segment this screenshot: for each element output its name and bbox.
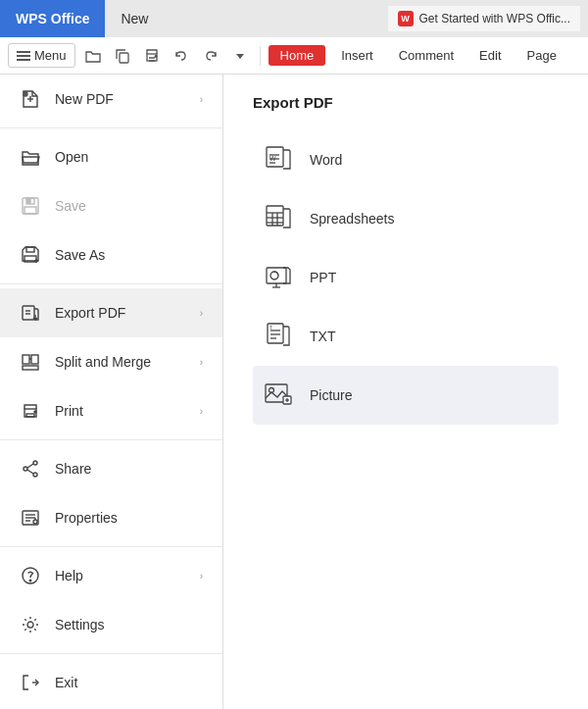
redo-icon[interactable] bbox=[199, 44, 222, 68]
menu-item-print[interactable]: Print › bbox=[0, 386, 222, 435]
undo-icon[interactable] bbox=[170, 44, 193, 68]
spreadsheets-icon bbox=[263, 203, 294, 234]
help-arrow: › bbox=[200, 571, 203, 582]
exit-label: Exit bbox=[55, 675, 203, 690]
save-as-label: Save As bbox=[55, 247, 203, 263]
help-icon bbox=[20, 565, 41, 586]
export-pdf-icon bbox=[20, 302, 41, 324]
svg-rect-22 bbox=[23, 366, 38, 370]
toolbar-separator bbox=[260, 46, 261, 66]
svg-rect-0 bbox=[120, 53, 128, 63]
submenu-title: Export PDF bbox=[253, 94, 559, 111]
word-icon: W bbox=[263, 144, 294, 176]
wps-red-icon: W bbox=[398, 11, 414, 26]
open-label: Open bbox=[55, 149, 203, 165]
folder-icon[interactable] bbox=[81, 44, 105, 68]
toolbar: Menu Home Insert bbox=[0, 37, 588, 75]
exit-icon bbox=[20, 672, 41, 693]
separator-3 bbox=[0, 439, 222, 440]
svg-point-26 bbox=[34, 411, 36, 413]
print-label: Print bbox=[55, 403, 186, 419]
spreadsheets-label: Spreadsheets bbox=[310, 211, 394, 227]
svg-rect-17 bbox=[23, 306, 34, 320]
svg-line-30 bbox=[27, 464, 33, 468]
main-area: New PDF › Open bbox=[0, 75, 588, 709]
save-label: Save bbox=[55, 198, 203, 214]
submenu-item-picture[interactable]: Picture bbox=[253, 366, 559, 425]
menu-item-export-pdf[interactable]: Export PDF › bbox=[0, 288, 222, 337]
svg-point-39 bbox=[29, 580, 31, 582]
menu-item-new-pdf[interactable]: New PDF › bbox=[0, 75, 222, 124]
svg-rect-21 bbox=[31, 355, 38, 364]
word-label: Word bbox=[310, 152, 342, 168]
home-nav-button[interactable]: Home bbox=[269, 45, 326, 66]
separator-1 bbox=[0, 127, 222, 128]
new-pdf-label: New PDF bbox=[55, 91, 186, 107]
get-started-button[interactable]: W Get Started with WPS Offic... bbox=[388, 6, 581, 31]
svg-point-40 bbox=[27, 622, 33, 628]
wps-logo-button[interactable]: WPS Office bbox=[0, 0, 105, 37]
new-pdf-icon bbox=[20, 88, 41, 110]
separator-5 bbox=[0, 653, 222, 654]
help-label: Help bbox=[55, 568, 186, 583]
menu-panel: New PDF › Open bbox=[0, 75, 223, 709]
open-icon bbox=[20, 146, 41, 168]
ppt-label: PPT bbox=[310, 270, 336, 285]
print-menu-icon bbox=[20, 400, 41, 422]
svg-rect-53 bbox=[267, 268, 286, 283]
menu-item-save: Save bbox=[0, 181, 222, 230]
ppt-icon bbox=[263, 262, 294, 293]
svg-point-2 bbox=[155, 55, 157, 57]
svg-text:T: T bbox=[270, 325, 272, 330]
svg-rect-11 bbox=[24, 207, 36, 214]
menu-item-open[interactable]: Open bbox=[0, 132, 222, 181]
comment-nav-button[interactable]: Comment bbox=[389, 44, 464, 67]
save-icon bbox=[20, 195, 41, 217]
submenu-item-ppt[interactable]: PPT bbox=[253, 248, 559, 307]
menu-item-share[interactable]: Share bbox=[0, 444, 222, 493]
settings-icon bbox=[20, 614, 41, 635]
dropdown-icon[interactable] bbox=[228, 44, 252, 68]
print-arrow: › bbox=[200, 406, 203, 417]
svg-line-31 bbox=[27, 470, 33, 474]
copy-icon[interactable] bbox=[111, 44, 134, 68]
submenu-panel: Export PDF W Word bbox=[223, 75, 588, 709]
menu-item-settings[interactable]: Settings bbox=[0, 600, 222, 649]
new-pdf-arrow: › bbox=[200, 94, 203, 105]
svg-rect-20 bbox=[23, 355, 29, 364]
svg-rect-13 bbox=[26, 247, 34, 252]
properties-label: Properties bbox=[55, 510, 203, 526]
split-merge-label: Split and Merge bbox=[55, 354, 186, 370]
svg-point-36 bbox=[33, 520, 37, 524]
export-pdf-arrow: › bbox=[200, 308, 203, 319]
hamburger-icon bbox=[17, 51, 30, 61]
split-merge-icon bbox=[20, 351, 41, 373]
menu-item-help[interactable]: Help › bbox=[0, 551, 222, 600]
picture-label: Picture bbox=[310, 387, 353, 403]
share-icon bbox=[20, 458, 41, 480]
menu-button[interactable]: Menu bbox=[8, 43, 75, 68]
title-bar: WPS Office New W Get Started with WPS Of… bbox=[0, 0, 588, 37]
svg-point-27 bbox=[33, 461, 37, 465]
title-bar-right: W Get Started with WPS Offic... bbox=[388, 0, 589, 37]
menu-item-save-as[interactable]: Save As bbox=[0, 230, 222, 279]
properties-icon bbox=[20, 507, 41, 529]
page-nav-button[interactable]: Page bbox=[517, 44, 566, 67]
menu-item-exit[interactable]: Exit bbox=[0, 658, 222, 707]
insert-nav-button[interactable]: Insert bbox=[331, 44, 383, 67]
edit-nav-button[interactable]: Edit bbox=[469, 44, 511, 67]
separator-2 bbox=[0, 283, 222, 284]
menu-item-split-merge[interactable]: Split and Merge › bbox=[0, 337, 222, 386]
print-icon[interactable] bbox=[140, 44, 164, 68]
submenu-item-spreadsheets[interactable]: Spreadsheets bbox=[253, 189, 559, 248]
settings-label: Settings bbox=[55, 617, 203, 633]
save-as-icon bbox=[20, 244, 41, 266]
share-label: Share bbox=[55, 461, 203, 477]
svg-point-29 bbox=[33, 473, 37, 477]
submenu-item-txt[interactable]: T TXT bbox=[253, 307, 559, 366]
svg-rect-25 bbox=[26, 414, 34, 417]
submenu-item-word[interactable]: W Word bbox=[253, 130, 559, 189]
menu-item-properties[interactable]: Properties bbox=[0, 493, 222, 542]
export-pdf-label: Export PDF bbox=[55, 305, 186, 321]
new-tab[interactable]: New bbox=[105, 0, 164, 37]
